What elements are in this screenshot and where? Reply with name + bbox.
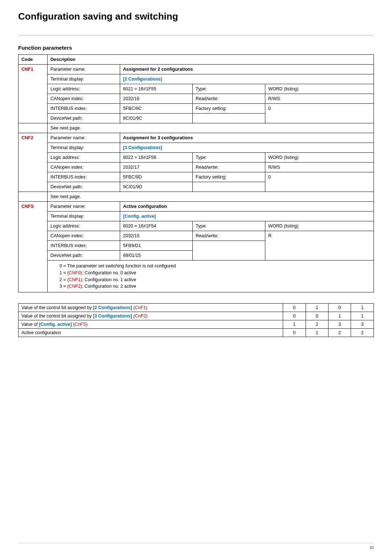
value-devicenet: 9C/01/9D xyxy=(120,182,193,192)
label-logic-address: Logic address: xyxy=(48,153,120,163)
value-param-name: Active configuration xyxy=(120,202,374,212)
truth-desc: Active configuration xyxy=(19,329,283,337)
label-logic-address: Logic address: xyxy=(48,221,120,231)
table-row: CANopen index: 2032/17 Read/write: R/WS xyxy=(19,163,374,172)
enum-line: 2 = xyxy=(60,277,67,282)
label-param-name: Parameter name: xyxy=(48,65,120,74)
enum-text: : Configuration no. 0 active xyxy=(82,270,136,275)
enum-text: : Configuration no. 1 active xyxy=(82,277,136,282)
enum-text: : Configuration no. 2 active xyxy=(82,284,136,289)
table-row: INTERBUS index: 5FBC/9C Factory setting:… xyxy=(19,104,374,114)
value-param-name: Assignment for 2 configurations xyxy=(120,65,374,74)
value-enumeration: 0 = The parameter set switching function… xyxy=(48,260,374,292)
table-row: See next page. xyxy=(19,192,374,202)
enum-line: 1 = xyxy=(60,270,67,275)
value-type: WORD (listing) xyxy=(265,221,374,231)
table-row: See next page. xyxy=(19,123,374,133)
value-canopen: 2032/16 xyxy=(120,94,193,104)
value-factory: 0 xyxy=(265,172,374,192)
value-interbus: 5FBC/9C xyxy=(120,104,193,114)
table-row: CNFS Parameter name: Active configuratio… xyxy=(19,202,374,212)
value-terminal-display: [3 Configurations] xyxy=(120,143,374,153)
table-row: Value of [Config. active] (CnFS) 1 2 3 3 xyxy=(19,320,374,329)
value-readwrite: R xyxy=(265,231,374,260)
table-row: CNF1 Parameter name: Assignment for 2 co… xyxy=(19,65,374,74)
value-devicenet: 9C/01/9C xyxy=(120,114,193,123)
table-row: Active configuration 0 1 2 2 xyxy=(19,329,374,337)
footer-separator xyxy=(18,543,374,543)
truth-value: 1 xyxy=(283,320,306,329)
note: See next page. xyxy=(48,123,374,133)
table-row: Terminal display: [3 Configurations] xyxy=(19,143,374,153)
table-row: 0 = The parameter set switching function… xyxy=(19,260,374,292)
truth-value: 0 xyxy=(306,312,328,320)
value-type: WORD (listing) xyxy=(265,153,374,163)
label-terminal-display: Terminal display: xyxy=(48,143,120,153)
value-canopen: 2032/15 xyxy=(120,231,193,241)
truth-value: 3 xyxy=(328,320,351,329)
col-description: Description xyxy=(48,55,374,65)
label-param-name: Parameter name: xyxy=(48,202,120,212)
truth-value: 1 xyxy=(351,312,374,320)
enum-line: 3 = xyxy=(60,284,67,289)
label-type: Type: xyxy=(193,84,265,94)
truth-desc: Value of [Config. active] (CnFS) xyxy=(19,320,283,329)
label-canopen: CANopen index: xyxy=(48,231,120,241)
truth-desc: Value of the control bit assigned by [2 … xyxy=(19,304,283,312)
enum-line: 0 = The parameter set switching function… xyxy=(60,263,176,268)
enum-code: (CNF0) xyxy=(67,270,82,275)
note: See next page. xyxy=(48,192,374,202)
enum-code: (CNF1) xyxy=(67,277,82,282)
label-terminal-display: Terminal display: xyxy=(48,74,120,84)
truth-table: Value of the control bit assigned by [2 … xyxy=(18,303,374,337)
label-readwrite: Read/write: xyxy=(193,163,265,172)
function-parameters-table: Code Description CNF1 Parameter name: As… xyxy=(18,54,374,292)
label-devicenet: DeviceNet path: xyxy=(48,251,120,260)
param-code: CNFS xyxy=(19,202,48,292)
value-logic-address: 8021 = 16#1F55 xyxy=(120,84,193,94)
value-param-name: Assignment for 3 configurations xyxy=(120,133,374,143)
truth-value: 0 xyxy=(283,304,306,312)
value-canopen: 2032/17 xyxy=(120,163,193,172)
param-code: CNF1 xyxy=(19,65,48,123)
table-row: Value of the control bit assigned by [3 … xyxy=(19,312,374,320)
value-devicenet: 89/01/15 xyxy=(120,251,193,260)
label-factory: Factory setting: xyxy=(193,172,265,182)
value-terminal-display: [2 Configurations] xyxy=(120,74,374,84)
label-type: Type: xyxy=(193,221,265,231)
param-code: CNF2 xyxy=(19,133,48,192)
header-separator xyxy=(18,35,374,36)
label-terminal-display: Terminal display: xyxy=(48,212,120,221)
value-logic-address: 8020 = 16#1F54 xyxy=(120,221,193,231)
truth-value: 2 xyxy=(306,320,328,329)
label-logic-address: Logic address: xyxy=(48,84,120,94)
label-interbus: INTERBUS index: xyxy=(48,104,120,114)
table-row: CANopen index: 2032/15 Read/write: R xyxy=(19,231,374,241)
value-factory: 0 xyxy=(265,104,374,123)
truth-value: 1 xyxy=(306,329,328,337)
table-row: CANopen index: 2032/16 Read/write: R/WS xyxy=(19,94,374,104)
label-factory: Factory setting: xyxy=(193,104,265,114)
label-readwrite: Read/write: xyxy=(193,231,265,241)
label-devicenet: DeviceNet path: xyxy=(48,182,120,192)
label-canopen: CANopen index: xyxy=(48,163,120,172)
label-type: Type: xyxy=(193,153,265,163)
truth-value: 0 xyxy=(283,329,306,337)
table-row: Logic address: 8021 = 16#1F55 Type: WORD… xyxy=(19,84,374,94)
table-row: Logic address: 8020 = 16#1F54 Type: WORD… xyxy=(19,221,374,231)
section-heading: Function parameters xyxy=(18,45,374,51)
label-interbus: INTERBUS index: xyxy=(48,172,120,182)
truth-value: 1 xyxy=(306,304,328,312)
truth-value: 0 xyxy=(283,312,306,320)
enum-code: (CNF2) xyxy=(67,284,82,289)
value-interbus: 5FB9/D1 xyxy=(120,241,193,251)
truth-value: 1 xyxy=(328,312,351,320)
truth-value: 2 xyxy=(328,329,351,337)
label-interbus: INTERBUS index: xyxy=(48,241,120,251)
value-logic-address: 8022 = 16#1F56 xyxy=(120,153,193,163)
value-readwrite: R/WS xyxy=(265,163,374,172)
table-row: INTERBUS index: 5FBC/9D Factory setting:… xyxy=(19,172,374,182)
label-readwrite: Read/write: xyxy=(193,94,265,104)
table-row: Logic address: 8022 = 16#1F56 Type: WORD… xyxy=(19,153,374,163)
table-row: CNF2 Parameter name: Assignment for 3 co… xyxy=(19,133,374,143)
